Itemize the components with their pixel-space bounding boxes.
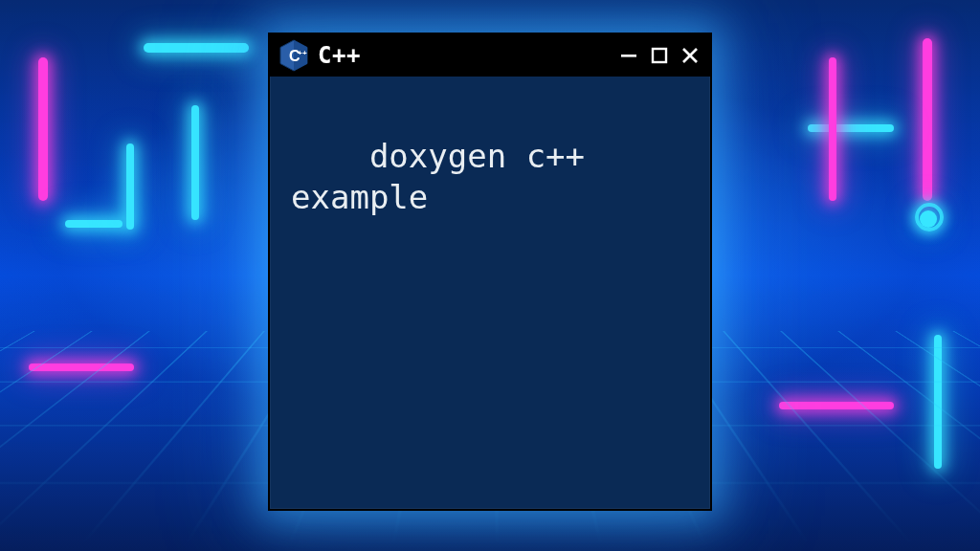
svg-rect-5 <box>621 55 636 57</box>
bg-bar <box>923 38 932 201</box>
window-controls <box>618 45 701 66</box>
title-left: C + + C++ <box>279 39 361 72</box>
svg-rect-6 <box>653 49 666 62</box>
minimize-icon <box>619 46 638 65</box>
bg-bar <box>38 57 48 201</box>
close-icon <box>680 46 700 65</box>
terminal-text: doxygen c++ example <box>291 137 605 217</box>
titlebar[interactable]: C + + C++ <box>270 34 710 77</box>
maximize-icon <box>650 46 669 65</box>
window-title: C++ <box>318 42 361 69</box>
close-button[interactable] <box>679 45 701 66</box>
cpp-logo-icon: C + + <box>279 39 308 72</box>
terminal-window: C + + C++ <box>268 33 712 511</box>
bg-bar <box>65 220 122 228</box>
svg-text:+: + <box>302 49 307 57</box>
bg-bar <box>808 124 894 132</box>
bg-bar <box>144 43 249 53</box>
minimize-button[interactable] <box>618 45 639 66</box>
bg-bar <box>126 143 134 230</box>
bg-ring <box>915 203 944 231</box>
bg-bar <box>191 105 199 220</box>
terminal-body[interactable]: doxygen c++ example <box>270 77 710 509</box>
maximize-button[interactable] <box>649 45 670 66</box>
bg-bar <box>829 57 836 201</box>
